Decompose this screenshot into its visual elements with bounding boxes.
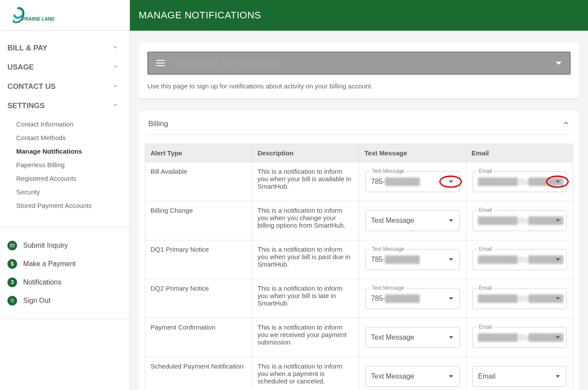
notifications-link[interactable]: 3 Notifications xyxy=(0,273,130,292)
email-select[interactable]: Email████████@p███████ xyxy=(472,327,567,348)
section-header-row[interactable]: Billing xyxy=(148,119,570,135)
notifications-table: Alert Type Description Text Message Emai… xyxy=(145,144,573,390)
account-selector-text: ————— — ————— xyxy=(173,58,280,68)
email-select[interactable]: Email████████@p███████ xyxy=(472,288,567,309)
select-value: ████████@p███████ xyxy=(478,178,564,186)
subnav-contact-methods[interactable]: Contact Methods xyxy=(16,131,130,144)
float-label: Email xyxy=(477,207,494,213)
brand-logo-icon: PRAIRIE LAND xyxy=(11,7,67,24)
col-alert-type: Alert Type xyxy=(145,144,252,162)
cell-alert-type: Bill Available xyxy=(145,162,252,201)
cell-description: This is a notification to inform you whe… xyxy=(252,357,359,390)
text-message-select[interactable]: Text Message785-███████ xyxy=(365,288,460,309)
subnav-contact-information[interactable]: Contact Information xyxy=(16,117,130,131)
intro-text: Use this page to sign up for notificatio… xyxy=(147,82,570,90)
mail-icon xyxy=(7,241,17,250)
page-header: MANAGE NOTIFICATIONS xyxy=(130,0,588,31)
cell-alert-type: Payment Confirmation xyxy=(145,318,252,357)
main: MANAGE NOTIFICATIONS ————— — ————— Use t… xyxy=(130,0,588,390)
table-row: Bill AvailableThis is a notification to … xyxy=(145,162,573,201)
chevron-up-icon xyxy=(563,119,570,128)
email-select[interactable]: Email████████@p███████ xyxy=(472,249,567,270)
submit-inquiry-link[interactable]: Submit Inquiry xyxy=(0,236,130,255)
nav-label: CONTACT US xyxy=(7,82,56,91)
nav-label: SETTINGS xyxy=(7,102,45,110)
table-row: DQ1 Primary NoticeThis is a notification… xyxy=(145,240,573,279)
triangle-down-icon xyxy=(556,62,562,65)
nav-usage[interactable]: USAGE xyxy=(0,58,130,77)
text-message-select[interactable]: Text Message xyxy=(365,366,460,387)
select-value: ████████@p███████ xyxy=(478,334,564,341)
email-select[interactable]: Email xyxy=(472,366,567,387)
nav-contact-us[interactable]: CONTACT US xyxy=(0,77,130,96)
nav-label: BILL & PAY xyxy=(7,44,47,53)
svg-text:PRAIRIE LAND: PRAIRIE LAND xyxy=(22,17,55,21)
cell-text-message: Text Message785-███████ xyxy=(359,162,466,201)
cell-description: This is a notification to inform you whe… xyxy=(252,279,359,318)
select-value: ████████@p███████ xyxy=(478,256,564,264)
select-value: 785-███████ xyxy=(371,178,420,186)
account-selector[interactable]: ————— — ————— xyxy=(147,52,570,74)
cell-alert-type: DQ2 Primary Notice xyxy=(145,279,252,318)
triangle-down-icon xyxy=(556,180,560,183)
float-label: Text Message xyxy=(370,168,406,174)
subnav-paperless-billing[interactable]: Paperless Billing xyxy=(16,158,130,172)
select-value: ████████@p███████ xyxy=(478,217,564,225)
triangle-down-icon xyxy=(449,258,453,261)
chevron-up-icon xyxy=(112,102,119,110)
triangle-down-icon xyxy=(556,219,560,222)
text-message-select[interactable]: Text Message785-███████ xyxy=(365,171,460,192)
subnav-stored-payment-accounts[interactable]: Stored Payment Accounts xyxy=(16,199,130,212)
email-select[interactable]: Email████████@p███████ xyxy=(472,171,567,192)
cell-email: Email████████@p███████ xyxy=(466,240,573,279)
table-row: Payment ConfirmationThis is a notificati… xyxy=(145,318,573,357)
email-select[interactable]: Email████████@p███████ xyxy=(472,210,567,231)
cell-text-message: Text Message xyxy=(359,201,466,240)
float-label: Email xyxy=(477,285,494,291)
chevron-down-icon xyxy=(112,44,119,53)
nav-settings[interactable]: SETTINGS xyxy=(0,96,130,116)
cell-email: Email████████@p███████ xyxy=(466,318,573,357)
select-value: ████████@p███████ xyxy=(478,295,564,302)
select-value: 785-███████ xyxy=(371,295,420,302)
cell-text-message: Text Message785-███████ xyxy=(359,279,466,318)
float-label: Email xyxy=(477,246,494,252)
text-message-select[interactable]: Text Message785-███████ xyxy=(365,249,460,270)
col-text-message: Text Message xyxy=(359,144,466,162)
table-row: Billing ChangeThis is a notification to … xyxy=(145,201,573,240)
subnav-security[interactable]: Security xyxy=(16,185,130,199)
cell-description: This is a notification to inform you whe… xyxy=(252,240,359,279)
select-value: Text Message xyxy=(371,334,414,341)
text-message-select[interactable]: Text Message xyxy=(365,327,460,348)
make-payment-link[interactable]: $ Make a Payment xyxy=(0,255,130,273)
select-value: 785-███████ xyxy=(371,256,420,264)
cell-text-message: Text Message xyxy=(359,318,466,357)
util-label: Sign Out xyxy=(23,297,50,305)
table-row: Scheduled Payment NotificationThis is a … xyxy=(145,357,573,390)
content: ————— — ————— Use this page to sign up f… xyxy=(130,31,588,390)
cell-description: This is a notification to inform you whe… xyxy=(252,162,359,201)
float-label: Text Message xyxy=(370,246,406,252)
float-label: Email xyxy=(477,168,494,174)
float-label: Text Message xyxy=(370,285,406,291)
sign-out-link[interactable]: Sign Out xyxy=(0,292,130,310)
cell-alert-type: Scheduled Payment Notification xyxy=(145,357,252,390)
subnav-registered-accounts[interactable]: Registered Accounts xyxy=(16,172,130,185)
dollar-icon: $ xyxy=(7,259,17,269)
triangle-down-icon xyxy=(449,180,453,183)
triangle-down-icon xyxy=(556,336,560,339)
text-message-select[interactable]: Text Message xyxy=(365,210,460,231)
intro-card: ————— — ————— Use this page to sign up f… xyxy=(139,43,579,98)
util-label: Submit Inquiry xyxy=(23,242,68,249)
cell-email: Email████████@p███████ xyxy=(466,201,573,240)
nav-group: BILL & PAY USAGE CONTACT US SETTINGS Con… xyxy=(0,31,130,222)
settings-subnav: Contact Information Contact Methods Mana… xyxy=(0,116,130,214)
cell-alert-type: Billing Change xyxy=(145,201,252,240)
triangle-down-icon xyxy=(449,375,453,378)
triangle-down-icon xyxy=(449,297,453,300)
nav-bill-pay[interactable]: BILL & PAY xyxy=(0,39,130,58)
subnav-manage-notifications[interactable]: Manage Notifications xyxy=(16,144,130,158)
triangle-down-icon xyxy=(556,375,560,378)
cell-email: Email████████@p███████ xyxy=(466,279,573,318)
billing-section: Billing Alert Type Description Text Mess… xyxy=(139,111,579,390)
